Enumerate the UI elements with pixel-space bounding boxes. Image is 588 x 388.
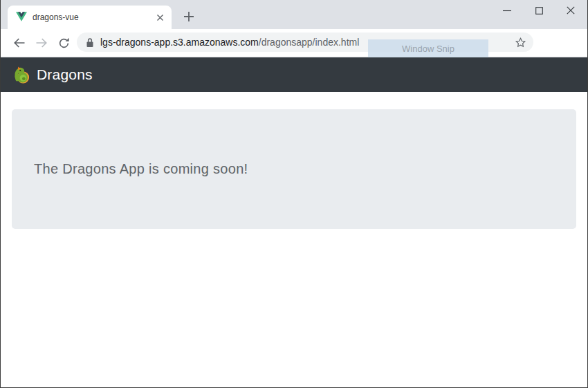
tab-strip: dragons-vue	[1, 0, 587, 29]
window-controls	[491, 0, 587, 21]
lock-icon[interactable]	[86, 37, 94, 48]
bookmark-star-icon[interactable]	[511, 33, 529, 51]
browser-toolbar: lgs-dragons-app.s3.amazonaws.com/dragons…	[1, 29, 587, 57]
coming-soon-message: The Dragons App is coming soon!	[34, 161, 248, 177]
browser-window: dragons-vue	[0, 0, 588, 388]
window-snip-overlay: Window Snip	[368, 39, 488, 57]
url-path: /dragonsapp/index.html	[259, 37, 360, 48]
page-content: The Dragons App is coming soon!	[1, 92, 587, 387]
jumbotron-card: The Dragons App is coming soon!	[12, 109, 576, 229]
dragon-icon	[12, 66, 30, 84]
window-snip-label: Window Snip	[402, 44, 454, 54]
tab-title: dragons-vue	[33, 12, 154, 22]
maximize-icon[interactable]	[523, 0, 555, 21]
forward-icon[interactable]	[30, 32, 53, 54]
new-tab-button[interactable]	[179, 7, 199, 26]
app-navbar: Dragons	[1, 57, 587, 92]
close-icon[interactable]	[555, 0, 587, 21]
back-icon[interactable]	[8, 32, 30, 54]
reload-icon[interactable]	[53, 32, 75, 54]
app-brand-title: Dragons	[37, 66, 93, 83]
minimize-icon[interactable]	[491, 0, 523, 21]
browser-tab[interactable]: dragons-vue	[8, 6, 172, 29]
vue-logo-icon	[16, 12, 27, 23]
url-domain: lgs-dragons-app.s3.amazonaws.com	[100, 37, 259, 48]
tab-close-icon[interactable]	[154, 11, 166, 24]
